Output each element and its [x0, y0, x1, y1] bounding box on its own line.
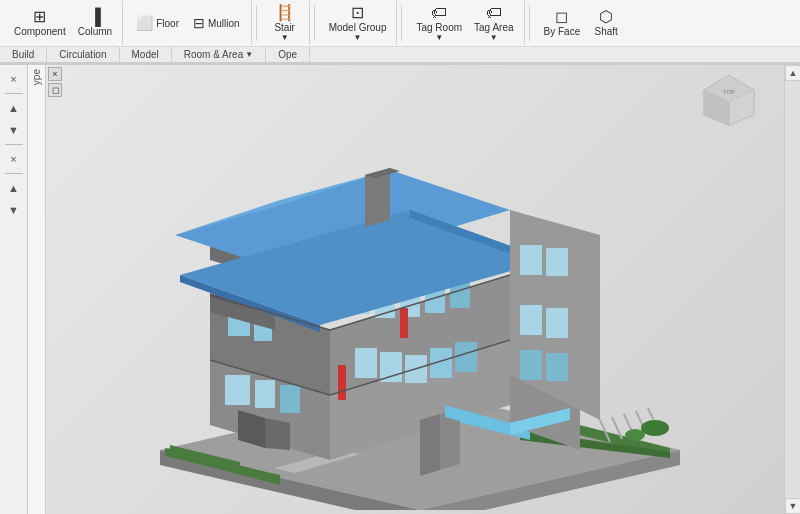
window-s5 [455, 342, 477, 372]
ribbon-group-circulation: 🪜 Stair ▼ [261, 1, 310, 45]
building-svg [80, 80, 760, 510]
by-face-label: By Face [544, 26, 581, 37]
close-panel-button-bottom[interactable]: × [4, 149, 24, 169]
ribbon-group-model: ⊡ Model Group ▼ [319, 1, 398, 45]
building-container [76, 85, 764, 504]
model-group-button[interactable]: ⊡ Model Group ▼ [325, 3, 391, 44]
column-button[interactable]: ▐ Column [74, 7, 116, 39]
shaft-button[interactable]: ⬡ Shaft [588, 7, 624, 39]
door-left2 [265, 418, 290, 450]
mullion-icon: ⊟ [193, 16, 205, 30]
left-panel: × ▲ ▼ × ▲ ▼ [0, 65, 28, 514]
door-accent-1 [338, 365, 346, 400]
tag-area-icon: 🏷 [486, 5, 502, 21]
bush-1 [641, 420, 669, 436]
type-panel-label: ype [31, 69, 42, 85]
bottom-label-room-area: Room & Area ▼ [172, 47, 266, 62]
tag-area-button[interactable]: 🏷 Tag Area ▼ [470, 3, 517, 44]
ribbon: ⊞ Component ▐ Column ⬜ Floor ⊟ Mullion [0, 0, 800, 65]
build-items: ⊞ Component ▐ Column [10, 7, 116, 39]
window-s1 [355, 348, 377, 378]
tag-room-icon: 🏷 [431, 5, 447, 21]
ribbon-bottom: Build Circulation Model Room & Area ▼ Op… [0, 46, 800, 64]
window-e3 [520, 305, 542, 335]
tag-room-button[interactable]: 🏷 Tag Room ▼ [412, 3, 466, 44]
tag-area-label: Tag Area [474, 22, 513, 33]
by-face-button[interactable]: ◻ By Face [540, 7, 585, 39]
component-label: Component [14, 26, 66, 37]
close-panel-button-top[interactable]: × [4, 69, 24, 89]
nav-cube[interactable]: TOP [699, 70, 759, 130]
ribbon-group-build: ⊞ Component ▐ Column [4, 1, 123, 45]
separator-3 [401, 5, 402, 41]
type-panel: ype [28, 65, 46, 514]
column-icon: ▐ [89, 9, 100, 25]
component-button[interactable]: ⊞ Component [10, 7, 70, 39]
stair-icon: 🪜 [275, 5, 295, 21]
separator-4 [529, 5, 530, 41]
floor-button[interactable]: ⬜ Floor [131, 13, 184, 33]
bottom-label-model: Model [120, 47, 172, 62]
separator-2 [314, 5, 315, 41]
tag-room-label: Tag Room [416, 22, 462, 33]
window-e6 [546, 353, 568, 381]
window-e5 [520, 350, 542, 380]
scroll-up-btn[interactable]: ▲ [785, 65, 800, 81]
svg-text:TOP: TOP [723, 89, 735, 95]
nav-up-button[interactable]: ▲ [4, 178, 24, 198]
mullion-label: Mullion [208, 18, 240, 29]
panel-divider-3 [5, 173, 23, 174]
bottom-label-openings: Ope [266, 47, 310, 62]
window-e4 [546, 308, 568, 338]
model-group-icon: ⊡ [351, 5, 364, 21]
mullion-button[interactable]: ⊟ Mullion [188, 13, 245, 33]
ribbon-top: ⊞ Component ▐ Column ⬜ Floor ⊟ Mullion [0, 0, 800, 46]
separator-1 [256, 5, 257, 41]
stair-button[interactable]: 🪜 Stair ▼ [267, 3, 303, 44]
ribbon-group-room-area: 🏷 Tag Room ▼ 🏷 Tag Area ▼ [406, 1, 524, 45]
column-label: Column [78, 26, 112, 37]
stair-dropdown[interactable]: ▼ [281, 33, 289, 42]
floor-icon: ⬜ [136, 16, 153, 30]
ribbon-group-floor-mullion: ⬜ Floor ⊟ Mullion [125, 1, 251, 45]
pillar-1 [420, 414, 440, 476]
room-area-items: 🏷 Tag Room ▼ 🏷 Tag Area ▼ [412, 3, 517, 44]
panel-divider-1 [5, 93, 23, 94]
ribbon-group-openings: ◻ By Face ⬡ Shaft [534, 1, 631, 45]
main-area: × ▲ ▼ × ▲ ▼ ype × ◻ [0, 65, 800, 514]
window-w3 [280, 385, 300, 413]
by-face-icon: ◻ [555, 9, 568, 25]
scroll-down-btn[interactable]: ▼ [785, 498, 800, 514]
floor-label: Floor [156, 18, 179, 29]
stair-label: Stair [274, 22, 295, 33]
shaft-icon: ⬡ [599, 9, 613, 25]
window-e1 [520, 245, 542, 275]
scroll-track[interactable] [785, 81, 800, 498]
panel-divider-2 [5, 144, 23, 145]
viewport-close-button[interactable]: × [48, 67, 62, 81]
model-group-dropdown[interactable]: ▼ [354, 33, 362, 42]
openings-items: ◻ By Face ⬡ Shaft [540, 7, 625, 39]
component-icon: ⊞ [33, 9, 46, 25]
window-w1 [225, 375, 250, 405]
right-scrollbar[interactable]: ▲ ▼ [784, 65, 800, 514]
nav-down-button[interactable]: ▼ [4, 200, 24, 220]
window-s2 [380, 352, 402, 382]
window-w2 [255, 380, 275, 408]
bush-2 [625, 429, 645, 441]
model-group-label: Model Group [329, 22, 387, 33]
viewport[interactable]: × ◻ [46, 65, 784, 514]
floor-mullion-items: ⬜ Floor ⊟ Mullion [131, 13, 244, 33]
room-area-dropdown-arrow: ▼ [245, 50, 253, 59]
bottom-label-build: Build [0, 47, 47, 62]
scroll-down-button[interactable]: ▼ [4, 120, 24, 140]
scroll-up-button[interactable]: ▲ [4, 98, 24, 118]
window-e2 [546, 248, 568, 276]
bottom-label-circulation: Circulation [47, 47, 119, 62]
viewport-controls: × ◻ [48, 67, 62, 97]
viewport-pin-button[interactable]: ◻ [48, 83, 62, 97]
shaft-label: Shaft [595, 26, 618, 37]
door-accent-2 [400, 308, 408, 338]
